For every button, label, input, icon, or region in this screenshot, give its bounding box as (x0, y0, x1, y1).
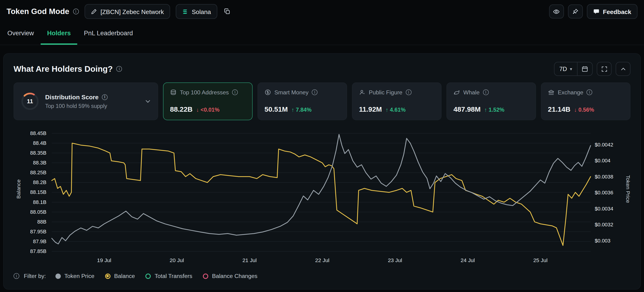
axis-tick-label: $0.0042 (594, 142, 613, 148)
stat-value: 50.51M (264, 105, 288, 114)
series-balance (52, 143, 591, 246)
axis-tick-label: $0.0036 (594, 189, 613, 196)
legend-label: Token Price (64, 273, 94, 279)
solana-icon (182, 8, 188, 14)
stat-label: Exchange (558, 89, 583, 96)
info-icon[interactable] (312, 89, 318, 95)
info-icon[interactable] (406, 89, 412, 95)
holders-panel: What Are Holders Doing? 7D ▾ (3, 53, 641, 290)
x-axis-tick-label: 19 Jul (97, 257, 111, 263)
stat-card-exchange[interactable]: Exchange 21.14B ↓ 0.56% (541, 82, 630, 120)
axis-tick-label: 87.85B (14, 248, 46, 255)
distribution-score-card[interactable]: 11 Distribution Score Top 100 hold 59% s… (14, 82, 158, 120)
axis-tick-label: 88.4B (14, 140, 46, 146)
distribution-score-subtitle: Top 100 hold 59% supply (45, 103, 139, 109)
x-axis-tick-label: 25 Jul (533, 257, 548, 263)
distribution-score-value: 11 (20, 92, 40, 111)
x-axis-tick-label: 20 Jul (170, 257, 184, 263)
feedback-button[interactable]: Feedback (587, 4, 638, 19)
filter-by-label: Filter by: (24, 273, 46, 279)
fullscreen-button[interactable] (597, 62, 612, 76)
public-figure-icon (359, 89, 366, 96)
stat-label: Public Figure (369, 89, 402, 96)
top-header: Token God Mode [ZBCN] Zebec Network Sola… (0, 0, 644, 23)
distribution-score-gauge: 11 (20, 92, 40, 111)
range-select-button[interactable]: 7D ▾ (554, 62, 577, 75)
chevron-down-icon[interactable] (144, 98, 151, 105)
legend-label: Balance (114, 273, 135, 279)
axis-tick-label: 88.3B (14, 159, 46, 166)
stat-label: Smart Money (274, 89, 308, 96)
stat-change: ↓ <0.01% (196, 107, 220, 113)
token-selector[interactable]: [ZBCN] Zebec Network (84, 4, 170, 19)
tab-pnl-leaderboard[interactable]: PnL Leaderboard (78, 23, 140, 45)
left-axis-ticks: 88.45B88.4B88.35B88.3B88.25B88.2B88.15B8… (14, 128, 46, 254)
watchlist-button[interactable] (549, 4, 564, 18)
series-token-price (52, 134, 591, 244)
x-axis-tick-label: 21 Jul (242, 257, 257, 263)
stat-card-whale[interactable]: Whale 487.98M ↑ 1.52% (446, 82, 536, 120)
legend-item-token-price[interactable]: Token Price (55, 273, 94, 279)
stat-label: Whale (463, 89, 480, 96)
x-axis-tick-label: 23 Jul (388, 257, 402, 263)
caret-down-icon: ▾ (570, 66, 572, 72)
stat-change: ↑ 1.52% (484, 107, 504, 113)
pin-button[interactable] (568, 4, 583, 18)
coins-icon (170, 89, 177, 96)
panel-title: What Are Holders Doing? (14, 64, 113, 74)
axis-tick-label: $0.0038 (594, 173, 613, 180)
legend-item-balance-changes[interactable]: Balance Changes (203, 273, 258, 279)
stat-card-top-100-addresses[interactable]: Top 100 Addresses 88.22B ↓ <0.01% (163, 82, 253, 120)
info-icon[interactable] (587, 89, 592, 95)
feedback-label: Feedback (603, 8, 631, 15)
axis-tick-label: 88.35B (14, 150, 46, 156)
token-god-mode-app: Token God Mode [ZBCN] Zebec Network Sola… (0, 0, 644, 292)
chat-bubble-icon (593, 8, 600, 15)
chain-selector[interactable]: Solana (176, 4, 217, 19)
axis-tick-label: 88.45B (14, 130, 46, 137)
axis-tick-label: $0.004 (594, 157, 610, 164)
axis-tick-label: 88.2B (14, 179, 46, 186)
stat-cards-row: 11 Distribution Score Top 100 hold 59% s… (14, 82, 630, 120)
info-icon[interactable] (73, 9, 79, 14)
x-axis-ticks: 19 Jul20 Jul21 Jul22 Jul23 Jul24 Jul25 J… (52, 257, 591, 265)
info-icon[interactable] (116, 66, 122, 72)
chevron-up-icon (620, 66, 626, 72)
stat-value: 88.22B (170, 105, 192, 114)
pencil-icon (90, 8, 97, 14)
balance-price-plot[interactable] (52, 128, 591, 254)
panel-header: What Are Holders Doing? 7D ▾ (14, 62, 630, 76)
legend-swatch-icon (203, 273, 208, 279)
stat-value: 21.14B (548, 105, 570, 114)
legend-swatch-icon (55, 273, 60, 279)
axis-tick-label: 88.25B (14, 169, 46, 176)
tab-holders[interactable]: Holders (40, 23, 77, 45)
holders-chart: Balance 88.45B88.4B88.35B88.3B88.25B88.2… (14, 128, 630, 269)
info-icon[interactable] (102, 94, 108, 100)
legend-item-balance[interactable]: Balance (105, 273, 135, 279)
right-axis-title: Token Price (625, 175, 631, 203)
info-icon[interactable] (14, 273, 20, 279)
chain-name: Solana (192, 8, 211, 15)
calendar-icon (582, 66, 588, 72)
calendar-button[interactable] (578, 62, 592, 75)
stat-card-smart-money[interactable]: Smart Money 50.51M ↑ 7.84% (258, 82, 347, 120)
info-icon[interactable] (232, 89, 238, 95)
x-axis-tick-label: 24 Jul (460, 257, 475, 263)
axis-tick-label: 87.95B (14, 228, 46, 235)
info-icon[interactable] (483, 89, 488, 95)
stat-label: Top 100 Addresses (180, 89, 229, 96)
fullscreen-icon (601, 66, 607, 72)
x-axis-tick-label: 22 Jul (315, 257, 330, 263)
copy-button[interactable] (223, 7, 231, 16)
tab-overview[interactable]: Overview (1, 23, 41, 45)
stat-card-public-figure[interactable]: Public Figure 11.92M ↑ 4.61% (352, 82, 442, 120)
legend-label: Total Transfers (155, 273, 192, 279)
smart-money-icon (264, 89, 271, 96)
axis-tick-label: 88.1B (14, 199, 46, 205)
stat-change: ↑ 7.84% (292, 107, 312, 113)
axis-tick-label: 88B (14, 219, 46, 225)
legend-item-total-transfers[interactable]: Total Transfers (146, 273, 192, 279)
collapse-button[interactable] (616, 62, 630, 76)
right-axis-ticks: $0.0042$0.004$0.0038$0.0036$0.0034$0.003… (594, 128, 627, 254)
